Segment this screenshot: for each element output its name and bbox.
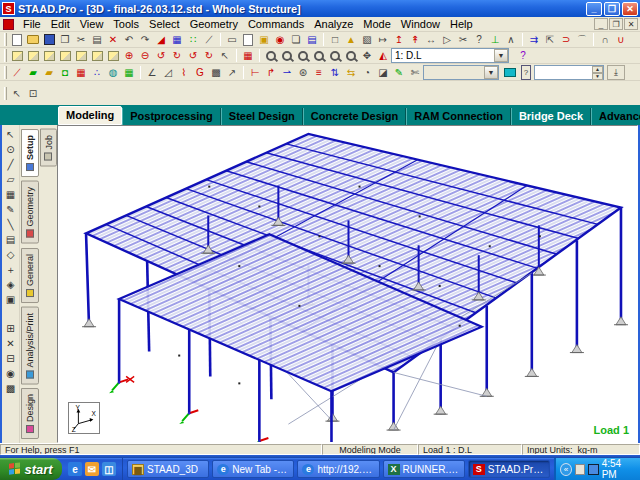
hide-icons-chevron-icon[interactable]: « <box>560 463 572 476</box>
material-page-icon[interactable]: ≡ <box>311 65 327 79</box>
new-file-icon[interactable] <box>9 33 25 47</box>
structure-wizard-icon[interactable]: ▲ <box>343 33 359 47</box>
menu-geometry[interactable]: Geometry <box>185 18 243 30</box>
mdi-close-button[interactable]: ✕ <box>624 18 638 30</box>
menu-edit[interactable]: Edit <box>46 18 75 30</box>
display-options-icon[interactable] <box>502 65 518 79</box>
menu-commands[interactable]: Commands <box>243 18 309 30</box>
select-solids-icon[interactable]: ▦ <box>3 187 19 202</box>
view-right-icon[interactable] <box>105 49 121 63</box>
print-icon[interactable]: ▭ <box>224 33 240 47</box>
mdi-restore-button[interactable]: ❐ <box>609 18 623 30</box>
restore-button[interactable]: ❐ <box>604 2 620 16</box>
page-tab-design[interactable]: Design <box>21 388 39 439</box>
insert-node-icon[interactable]: ⊥ <box>487 33 503 47</box>
select-beams-icon[interactable]: ╱ <box>3 157 19 172</box>
task-ie-address[interactable]: e http://192.168.1... <box>297 460 379 478</box>
load-case-combobox[interactable]: 1: D.L ▼ <box>391 48 509 63</box>
view-top-icon[interactable] <box>57 49 73 63</box>
help-icon[interactable]: ? <box>515 49 531 63</box>
print-preview-icon[interactable] <box>240 33 256 47</box>
tray-display-icon[interactable] <box>588 464 598 475</box>
release-page-icon[interactable]: ⇅ <box>327 65 343 79</box>
renumber-icon[interactable]: ⇉ <box>526 33 542 47</box>
merge-icon[interactable]: ∧ <box>503 33 519 47</box>
connect-icon[interactable]: ⌒ <box>574 33 590 47</box>
load-page-icon[interactable]: ↱ <box>263 65 279 79</box>
report-icon[interactable]: ▤ <box>304 33 320 47</box>
desktop-quicklaunch-icon[interactable]: ◫ <box>102 462 116 476</box>
page-tab-analysis-print[interactable]: Analysis/Print <box>21 307 39 385</box>
protractor-icon[interactable]: ◿ <box>160 65 176 79</box>
property-page-icon[interactable]: ⇀ <box>279 65 295 79</box>
view-bottom-icon[interactable] <box>73 49 89 63</box>
menu-analyze[interactable]: Analyze <box>309 18 358 30</box>
structure-drawing[interactable] <box>58 126 637 442</box>
sub-tab-job[interactable]: Job <box>40 129 57 167</box>
snapshot-icon[interactable]: ▣ <box>256 33 272 47</box>
curve-beam-icon[interactable]: G <box>192 65 208 79</box>
start-button[interactable]: start <box>0 458 62 480</box>
run-analysis-icon[interactable]: ◢ <box>153 33 169 47</box>
copy-icon[interactable]: ❐ <box>57 33 73 47</box>
menu-file[interactable]: File <box>18 18 46 30</box>
tab-concrete-design[interactable]: Concrete Design <box>303 108 406 125</box>
zoom-in-icon[interactable] <box>295 49 311 63</box>
view-tool-1-icon[interactable]: ⊞ <box>3 321 19 336</box>
paste-icon[interactable]: ▤ <box>89 33 105 47</box>
add-plate-icon[interactable]: ▰ <box>25 65 41 79</box>
hammer-icon[interactable]: ⟋ <box>201 33 217 47</box>
select-misc-icon[interactable]: ▣ <box>3 292 19 307</box>
redo-icon[interactable]: ↷ <box>137 33 153 47</box>
unit-setup-icon[interactable]: ∷ <box>185 33 201 47</box>
select-nodes-icon[interactable]: ⊙ <box>3 142 19 157</box>
support-page-icon[interactable]: ⊢ <box>247 65 263 79</box>
view-back-icon[interactable] <box>41 49 57 63</box>
tab-bridge-deck[interactable]: Bridge Deck <box>511 108 591 125</box>
select-pointer-icon[interactable]: ↖ <box>9 86 25 100</box>
view-tool-5-icon[interactable]: ▩ <box>3 381 19 396</box>
task-staad-folder[interactable]: ▆ STAAD_3D <box>127 460 209 478</box>
view-iso-icon[interactable] <box>9 49 25 63</box>
eraser-icon[interactable]: ✄ <box>407 65 423 79</box>
menu-tools[interactable]: Tools <box>108 18 144 30</box>
view-front-icon[interactable] <box>25 49 41 63</box>
offset-page-icon[interactable]: ⇆ <box>343 65 359 79</box>
tab-ram-connection[interactable]: RAM Connection <box>406 108 511 125</box>
select-load-edit-icon[interactable]: ＋ <box>3 262 19 277</box>
menu-select[interactable]: Select <box>144 18 185 30</box>
camera-icon[interactable]: ◉ <box>272 33 288 47</box>
select-grid-icon[interactable]: ▤ <box>3 232 19 247</box>
circular-repeat-icon[interactable]: ↥ <box>391 33 407 47</box>
value-spinner[interactable]: ▲▼ <box>534 65 604 80</box>
spin-left-icon[interactable]: ↺ <box>185 49 201 63</box>
cursor-pointer-icon[interactable]: ↖ <box>3 127 19 142</box>
solid-grid-icon[interactable]: ▩ <box>208 65 224 79</box>
break-beam-icon[interactable]: ✂ <box>455 33 471 47</box>
view-tool-3-icon[interactable]: ⊟ <box>3 351 19 366</box>
zoom-dynamic-icon[interactable] <box>279 49 295 63</box>
orbit-pointer-icon[interactable]: ↖ <box>217 49 233 63</box>
menu-mode[interactable]: Mode <box>358 18 396 30</box>
pan-icon[interactable]: ✥ <box>359 49 375 63</box>
minimize-button[interactable]: _ <box>586 2 602 16</box>
zoom-previous-icon[interactable] <box>327 49 343 63</box>
rotate-entities-icon[interactable]: ▷ <box>439 33 455 47</box>
zoom-out-icon[interactable] <box>311 49 327 63</box>
tab-advanced-slab-design[interactable]: Advanced Slab Design <box>591 108 640 125</box>
ie-quicklaunch-icon[interactable]: e <box>68 462 82 476</box>
page-tab-general[interactable]: General <box>21 248 39 303</box>
generate-mesh-icon[interactable]: ▦ <box>73 65 89 79</box>
section-dropdown-icon[interactable]: ▼ <box>484 66 498 79</box>
create-surface-icon[interactable]: ◘ <box>57 65 73 79</box>
save-icon[interactable] <box>41 33 57 47</box>
section-combobox[interactable]: ▼ <box>423 65 499 80</box>
add-beam-icon[interactable]: ⟋ <box>9 65 25 79</box>
model-viewport[interactable]: Y X Z Load 1 <box>57 125 638 443</box>
tab-modeling[interactable]: Modeling <box>58 106 122 125</box>
whats-this-icon[interactable]: ? <box>471 33 487 47</box>
tray-pen-icon[interactable] <box>575 464 585 475</box>
rotate-up-icon[interactable]: ⊕ <box>121 49 137 63</box>
structure-globe-icon[interactable]: ◍ <box>105 65 121 79</box>
cut-icon[interactable]: ✂ <box>73 33 89 47</box>
